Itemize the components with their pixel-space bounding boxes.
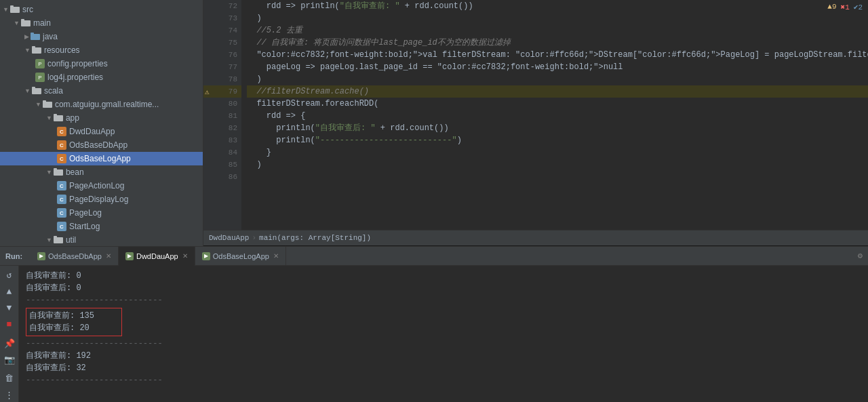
- tree-label: bean: [66, 167, 84, 177]
- class2-icon: C: [57, 195, 66, 204]
- tree-item-OdsBaseLogApp[interactable]: COdsBaseLogApp: [0, 152, 203, 165]
- code-span: rdd => {: [247, 110, 305, 122]
- tree-item-StartLog[interactable]: CStartLog: [0, 220, 203, 233]
- output-line: ----------------------------: [26, 338, 861, 350]
- output-line: 自我审查前: 0: [26, 270, 861, 282]
- gutter-line-73: 73: [203, 12, 241, 24]
- tree-item-config[interactable]: Pconfig.properties: [0, 57, 203, 71]
- run-panel: Run: ▶ OdsBaseDbApp ✕ ▶ DwdDauApp ✕ ▶ Od…: [0, 246, 868, 402]
- output-line: 自我审查后: 0: [26, 282, 861, 294]
- svg-rect-10: [43, 102, 52, 108]
- tree-item-log4j[interactable]: Plog4j.properties: [0, 71, 203, 84]
- up-button[interactable]: ▲: [2, 285, 17, 298]
- run-tab-2[interactable]: ▶ OdsBaseLogApp ✕: [195, 247, 286, 266]
- tree-item-java[interactable]: ▶java: [0, 30, 203, 43]
- output-line: ----------------------------: [26, 374, 861, 386]
- more-button[interactable]: ⋮: [2, 388, 17, 402]
- main-area: ▼src▼main▶java▼resourcesPconfig.properti…: [0, 0, 868, 246]
- svg-rect-3: [21, 19, 24, 21]
- comment-span: //5.2 去重: [247, 24, 302, 37]
- folder-icon: [54, 235, 63, 245]
- gutter-line-81: 81: [203, 110, 241, 122]
- tree-label: StartLog: [69, 222, 100, 231]
- run-output: ↺ ▲ ▼ ■ 📌 📷 🗑 ⋮ 自我审查前: 0自我审查后: 0--------…: [0, 266, 868, 402]
- tree-item-PageDisplayLog[interactable]: CPageDisplayLog: [0, 193, 203, 206]
- tree-label: log4j.properties: [47, 73, 103, 82]
- code-line-75: // 自我审查: 将页面访问数据中last_page_id不为空的数据过滤掉: [247, 37, 868, 49]
- code-span: println("自我审查后: " + rdd.count()): [247, 122, 449, 134]
- settings-icon[interactable]: ⚙: [858, 251, 863, 261]
- tree-label: com.atguigu.gmall.realtime...: [55, 100, 159, 109]
- tree-item-com[interactable]: ▼com.atguigu.gmall.realtime...: [0, 98, 203, 111]
- gutter-line-75: 75: [203, 37, 241, 49]
- stop-button[interactable]: ■: [2, 317, 17, 331]
- folder-arrow: ▼: [35, 101, 41, 108]
- code-span: ): [247, 12, 262, 24]
- trash-button[interactable]: 🗑: [2, 372, 17, 386]
- code-line-73: ): [247, 12, 868, 24]
- highlighted-output-box: 自我审查前: 135自我审查后: 20: [26, 308, 122, 336]
- breadcrumb-separator: ›: [252, 234, 256, 242]
- rerun-button[interactable]: ↺: [2, 268, 17, 282]
- tree-item-util[interactable]: ▼util: [0, 233, 203, 246]
- run-tab-icon-0: ▶: [37, 252, 45, 260]
- tree-label: app: [66, 113, 79, 123]
- svg-rect-9: [32, 87, 35, 89]
- down-button[interactable]: ▼: [2, 301, 17, 315]
- run-tab-close-2[interactable]: ✕: [273, 252, 279, 260]
- run-tab-close-1[interactable]: ✕: [182, 252, 188, 260]
- svg-rect-2: [21, 20, 31, 26]
- tree-label: util: [66, 235, 76, 245]
- tree-item-app[interactable]: ▼app: [0, 111, 203, 125]
- code-line-79: //filterDStream.cache(): [247, 85, 868, 98]
- gutter-line-77: 77: [203, 61, 241, 73]
- code-line-72: rdd => println("自我审查前: " + rdd.count()): [247, 0, 868, 12]
- file-tree[interactable]: ▼src▼main▶java▼resourcesPconfig.properti…: [0, 0, 203, 246]
- class2-icon: C: [57, 222, 66, 231]
- svg-rect-4: [31, 34, 40, 40]
- class-icon: C: [57, 140, 66, 150]
- tree-item-scala[interactable]: ▼scala: [0, 84, 203, 98]
- code-line-76: "color:#cc7832;font-weight:bold;">val fi…: [247, 49, 868, 61]
- svg-rect-0: [10, 7, 20, 13]
- run-tab-label-1: DwdDauApp: [136, 252, 178, 260]
- gutter-line-83: 83: [203, 134, 241, 146]
- run-tab-0[interactable]: ▶ OdsBaseDbApp ✕: [31, 247, 119, 266]
- code-line-78: ): [247, 73, 868, 85]
- gutter-line-86: 86: [203, 171, 241, 183]
- code-span: ): [247, 159, 262, 171]
- svg-rect-14: [54, 169, 63, 176]
- camera-button[interactable]: 📷: [2, 353, 17, 367]
- gutter-line-80: 80: [203, 98, 241, 110]
- tree-item-main[interactable]: ▼main: [0, 16, 203, 30]
- tree-label: main: [33, 18, 51, 28]
- svg-rect-8: [32, 88, 41, 94]
- tree-item-PageActionLog[interactable]: CPageActionLog: [0, 179, 203, 193]
- code-span: filterDStream.foreachRDD(: [247, 98, 378, 110]
- gutter-line-78: 78: [203, 73, 241, 85]
- code-span: ): [247, 73, 262, 85]
- tree-label: resources: [44, 45, 80, 55]
- breadcrumb-item-1: DwdDauApp: [209, 234, 249, 242]
- tree-item-PageLog[interactable]: CPageLog: [0, 206, 203, 220]
- tree-item-bean[interactable]: ▼bean: [0, 165, 203, 179]
- tree-item-OdsBaseDbApp[interactable]: COdsBaseDbApp: [0, 138, 203, 152]
- code-line-80: filterDStream.foreachRDD(: [247, 98, 868, 110]
- code-line-84: }: [247, 146, 868, 159]
- warning-counts: ▲9 ✖1 ✔2: [827, 0, 868, 230]
- folder-icon: [54, 167, 63, 178]
- code-line-82: println("自我审查后: " + rdd.count()): [247, 122, 868, 134]
- breadcrumb: DwdDauApp › main(args: Array[String]): [203, 230, 868, 246]
- code-line-74: //5.2 去重: [247, 24, 868, 37]
- tree-item-resources[interactable]: ▼resources: [0, 43, 203, 57]
- tree-label: PageDisplayLog: [69, 195, 128, 204]
- pin-button[interactable]: 📌: [2, 337, 17, 350]
- run-tab-1[interactable]: ▶ DwdDauApp ✕: [119, 247, 195, 266]
- svg-rect-13: [54, 114, 57, 116]
- tree-item-src[interactable]: ▼src: [0, 3, 203, 16]
- tree-item-DwdDauApp[interactable]: CDwdDauApp: [0, 125, 203, 138]
- run-tab-close-0[interactable]: ✕: [106, 252, 111, 260]
- output-highlight-2: 自我审查后: 20: [29, 322, 94, 334]
- gutter-line-74: 74: [203, 24, 241, 37]
- error-count: ✖1: [841, 3, 850, 12]
